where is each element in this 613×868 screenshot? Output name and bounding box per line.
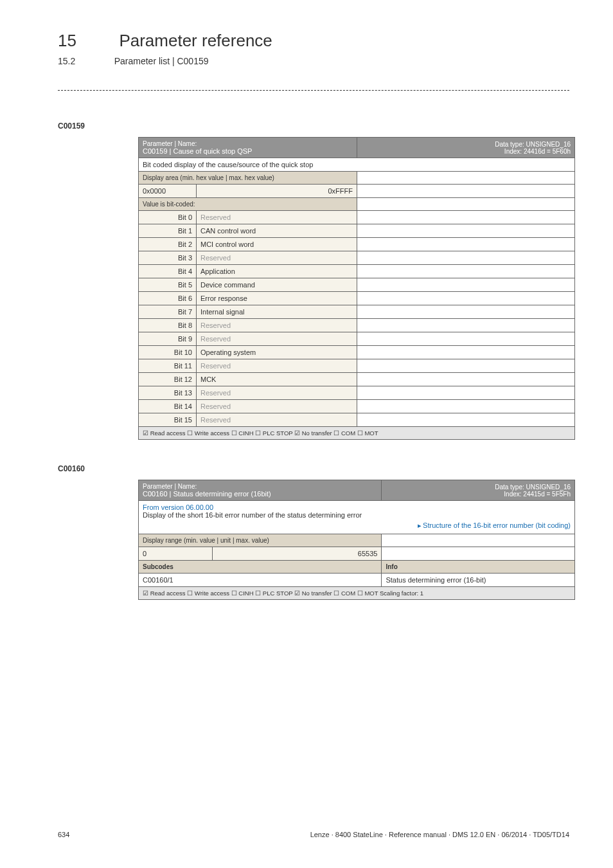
desc-text: Display of the short 16-bit error number… [143, 511, 362, 519]
param-table-c00159: Parameter | Name: C00159 | Cause of quic… [138, 137, 575, 440]
blank-cell [357, 292, 575, 305]
blank-cell [357, 238, 575, 251]
bit-row: Bit 3Reserved [139, 251, 575, 265]
data-type: Data type: UNSIGNED_16 [495, 484, 571, 491]
bit-row: Bit 5Device command [139, 278, 575, 292]
blank-cell [357, 359, 575, 373]
blank-cell [357, 386, 575, 400]
blank-cell [357, 305, 575, 319]
bit-coded-row: Value is bit-coded: [139, 198, 575, 211]
anchor-c00159: C00159 [58, 122, 569, 131]
bit-num: Bit 12 [139, 373, 197, 386]
bit-row: Bit 4Application [139, 265, 575, 278]
blank-cell [357, 185, 575, 198]
chapter-number: 15 [58, 31, 76, 51]
bit-num: Bit 4 [139, 265, 197, 278]
bit-val: Reserved [197, 211, 357, 224]
range-max: 65535 [213, 547, 382, 561]
bit-row: Bit 10Operating system [139, 346, 575, 359]
blank-cell [357, 198, 575, 211]
bit-num: Bit 9 [139, 332, 197, 346]
blank-cell [357, 332, 575, 346]
bit-num: Bit 6 [139, 292, 197, 305]
bit-val: Error response [197, 292, 357, 305]
blank-cell [357, 413, 575, 427]
subcode-id: C00160/1 [139, 574, 382, 587]
access-flags: ☑ Read access ☐ Write access ☐ CINH ☐ PL… [139, 587, 575, 600]
hex-max: 0xFFFF [197, 185, 357, 198]
bit-num: Bit 11 [139, 359, 197, 373]
bit-val: Application [197, 265, 357, 278]
bit-row: Bit 11Reserved [139, 359, 575, 373]
access-flags: ☑ Read access ☐ Write access ☐ CINH ☐ PL… [139, 427, 575, 440]
bit-row: Bit 2MCI control word [139, 238, 575, 251]
bit-row: Bit 13Reserved [139, 386, 575, 400]
blank-cell [357, 346, 575, 359]
blank-cell [382, 534, 575, 547]
bit-val: MCI control word [197, 238, 357, 251]
anchor-c00160: C00160 [58, 464, 569, 473]
bit-row: Bit 1CAN control word [139, 224, 575, 238]
display-area-label: Display area (min. hex value | max. hex … [139, 172, 357, 185]
bit-row: Bit 6Error response [139, 292, 575, 305]
bit-row: Bit 8Reserved [139, 319, 575, 332]
blank-cell [382, 547, 575, 561]
bit-num: Bit 13 [139, 386, 197, 400]
param-label: Parameter | Name: [143, 483, 197, 490]
param-index: Index: 24415d = 5F5Fh [504, 491, 571, 498]
subcodes-header-row: Subcodes Info [139, 561, 575, 574]
bit-num: Bit 3 [139, 251, 197, 265]
desc-text: Bit coded display of the cause/source of… [139, 158, 575, 172]
structure-link[interactable]: Structure of the 16-bit error number (bi… [423, 521, 571, 529]
footer-text: Lenze · 8400 StateLine · Reference manua… [310, 831, 569, 838]
bit-val: Reserved [197, 319, 357, 332]
param-name: C00160 | Status determining error (16bit… [143, 490, 271, 498]
bit-num: Bit 8 [139, 319, 197, 332]
subsection-number: 15.2 [58, 56, 75, 66]
version-link[interactable]: From version 06.00.00 [143, 503, 213, 511]
display-area-row: Display area (min. hex value | max. hex … [139, 172, 575, 185]
bit-val: Internal signal [197, 305, 357, 319]
subcodes-label: Subcodes [139, 561, 382, 574]
bit-val: Operating system [197, 346, 357, 359]
access-row: ☑ Read access ☐ Write access ☐ CINH ☐ PL… [139, 587, 575, 600]
display-range-label: Display range (min. value | unit | max. … [139, 534, 382, 547]
blank-cell [357, 278, 575, 292]
bit-val: MCK [197, 373, 357, 386]
blank-cell [357, 400, 575, 413]
param-index: Index: 24416d = 5F60h [504, 148, 571, 155]
bit-row: Bit 7Internal signal [139, 305, 575, 319]
bit-num: Bit 2 [139, 238, 197, 251]
blank-cell [357, 373, 575, 386]
bit-num: Bit 0 [139, 211, 197, 224]
bit-num: Bit 1 [139, 224, 197, 238]
blank-cell [357, 172, 575, 185]
header-divider [58, 90, 569, 91]
blank-cell [357, 211, 575, 224]
bit-val: Reserved [197, 359, 357, 373]
bit-val: CAN control word [197, 224, 357, 238]
blank-cell [357, 319, 575, 332]
info-label: Info [382, 561, 575, 574]
bit-num: Bit 10 [139, 346, 197, 359]
bit-row: Bit 0Reserved [139, 211, 575, 224]
bit-row: Bit 15Reserved [139, 413, 575, 427]
bit-coded-label: Value is bit-coded: [139, 198, 357, 211]
chapter-title: Parameter reference [119, 31, 272, 51]
page-number: 634 [58, 831, 69, 838]
bit-val: Reserved [197, 386, 357, 400]
blank-cell [357, 224, 575, 238]
bit-row: Bit 14Reserved [139, 400, 575, 413]
bit-val: Reserved [197, 332, 357, 346]
arrow-icon: ▸ [418, 521, 422, 529]
bit-row: Bit 12MCK [139, 373, 575, 386]
param-name: C00159 | Cause of quick stop QSP [143, 147, 252, 155]
param-label: Parameter | Name: [143, 140, 197, 147]
bit-row: Bit 9Reserved [139, 332, 575, 346]
bit-num: Bit 14 [139, 400, 197, 413]
subcode-info: Status determining error (16-bit) [382, 574, 575, 587]
blank-cell [357, 265, 575, 278]
subsection-title: Parameter list | C00159 [114, 56, 209, 66]
bit-val: Device command [197, 278, 357, 292]
access-row: ☑ Read access ☐ Write access ☐ CINH ☐ PL… [139, 427, 575, 440]
